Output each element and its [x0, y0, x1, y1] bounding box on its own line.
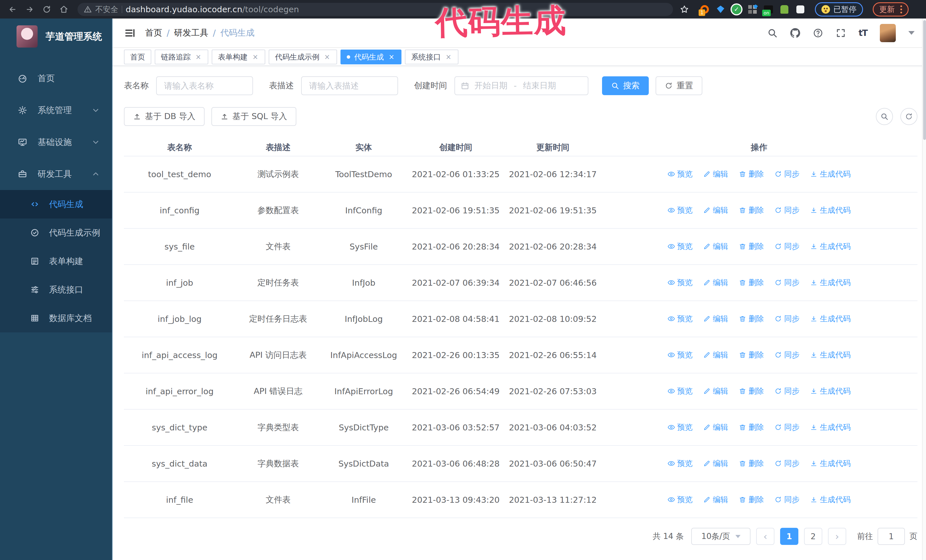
extension-icon-1[interactable]: 1: [700, 5, 710, 14]
browser-back-icon[interactable]: [5, 2, 20, 17]
close-icon[interactable]: [388, 53, 395, 61]
update-button[interactable]: 更新: [873, 2, 909, 17]
font-size-icon[interactable]: tT: [858, 28, 867, 38]
sidebar-item-infra[interactable]: 基础设施: [0, 126, 112, 158]
page-button-2[interactable]: 2: [804, 528, 822, 545]
table-name-input[interactable]: [156, 76, 253, 95]
breadcrumb-home[interactable]: 首页: [145, 27, 162, 39]
delete-link[interactable]: 删除: [739, 422, 764, 432]
delete-link[interactable]: 删除: [739, 495, 764, 505]
generate-code-link[interactable]: 生成代码: [810, 314, 850, 324]
help-icon[interactable]: [813, 28, 823, 38]
extension-icon-7[interactable]: [796, 5, 805, 14]
sidebar-item-system-api[interactable]: 系统接口: [0, 275, 112, 304]
edit-link[interactable]: 编辑: [703, 169, 728, 179]
bookmark-star-icon[interactable]: [680, 5, 689, 14]
table-desc-input[interactable]: [301, 76, 398, 95]
edit-link[interactable]: 编辑: [703, 205, 728, 215]
preview-link[interactable]: 预览: [667, 241, 693, 252]
extension-icon-5[interactable]: [764, 5, 773, 14]
sync-link[interactable]: 同步: [775, 278, 799, 288]
tag-home[interactable]: 首页: [124, 50, 151, 64]
breadcrumb-devtools[interactable]: 研发工具: [174, 27, 208, 39]
browser-reload-icon[interactable]: [39, 2, 54, 17]
close-icon[interactable]: [445, 53, 452, 61]
generate-code-link[interactable]: 生成代码: [810, 169, 850, 179]
preview-link[interactable]: 预览: [667, 495, 693, 505]
avatar[interactable]: [880, 24, 896, 42]
preview-link[interactable]: 预览: [667, 314, 693, 324]
sync-link[interactable]: 同步: [775, 458, 799, 469]
edit-link[interactable]: 编辑: [703, 278, 728, 288]
edit-link[interactable]: 编辑: [703, 241, 728, 252]
extension-icon-6[interactable]: [779, 5, 789, 14]
sync-link[interactable]: 同步: [775, 386, 799, 396]
search-button[interactable]: 搜索: [602, 76, 649, 95]
generate-code-link[interactable]: 生成代码: [810, 458, 850, 469]
user-menu-caret-icon[interactable]: [908, 31, 915, 35]
delete-link[interactable]: 删除: [739, 278, 764, 288]
search-icon[interactable]: [767, 28, 778, 38]
sidebar-item-form-builder[interactable]: 表单构建: [0, 247, 112, 275]
extension-icon-4[interactable]: [747, 5, 757, 14]
delete-link[interactable]: 删除: [739, 169, 764, 179]
edit-link[interactable]: 编辑: [703, 495, 728, 505]
tag-codegen-demo[interactable]: 代码生成示例: [269, 50, 337, 64]
generate-code-link[interactable]: 生成代码: [810, 422, 850, 432]
generate-code-link[interactable]: 生成代码: [810, 278, 850, 288]
close-icon[interactable]: [251, 53, 259, 61]
delete-link[interactable]: 删除: [739, 241, 764, 252]
preview-link[interactable]: 预览: [667, 458, 693, 469]
generate-code-link[interactable]: 生成代码: [810, 495, 850, 505]
preview-link[interactable]: 预览: [667, 350, 693, 360]
browser-menu-icon[interactable]: [900, 5, 902, 14]
tag-tracing[interactable]: 链路追踪: [155, 50, 208, 64]
edit-link[interactable]: 编辑: [703, 350, 728, 360]
preview-link[interactable]: 预览: [667, 169, 693, 179]
preview-link[interactable]: 预览: [667, 422, 693, 432]
sync-link[interactable]: 同步: [775, 495, 799, 505]
sync-link[interactable]: 同步: [775, 422, 799, 432]
goto-page-input[interactable]: [878, 528, 905, 545]
edit-link[interactable]: 编辑: [703, 314, 728, 324]
sync-link[interactable]: 同步: [775, 241, 799, 252]
import-sql-button[interactable]: 基于 SQL 导入: [212, 107, 296, 126]
delete-link[interactable]: 删除: [739, 386, 764, 396]
import-db-button[interactable]: 基于 DB 导入: [124, 107, 204, 126]
extension-icon-2[interactable]: [716, 5, 725, 14]
prev-page-button[interactable]: [756, 528, 775, 545]
toggle-search-button[interactable]: [876, 108, 893, 125]
tag-system-api[interactable]: 系统接口: [405, 50, 458, 64]
address-bar[interactable]: 不安全 dashboard.yudao.iocoder.cn/tool/code…: [77, 3, 673, 16]
generate-code-link[interactable]: 生成代码: [810, 386, 850, 396]
delete-link[interactable]: 删除: [739, 314, 764, 324]
generate-code-link[interactable]: 生成代码: [810, 205, 850, 215]
close-icon[interactable]: [324, 53, 331, 61]
tag-form-builder[interactable]: 表单构建: [212, 50, 265, 64]
delete-link[interactable]: 删除: [739, 350, 764, 360]
fullscreen-icon[interactable]: [836, 28, 846, 38]
page-size-select[interactable]: 10条/页: [691, 528, 750, 545]
paused-pill[interactable]: 已暂停: [815, 2, 863, 17]
preview-link[interactable]: 预览: [667, 278, 693, 288]
sidebar-item-system[interactable]: 系统管理: [0, 94, 112, 126]
reset-button[interactable]: 重置: [656, 76, 702, 95]
sidebar-item-codegen-demo[interactable]: 代码生成示例: [0, 219, 112, 247]
date-range-picker[interactable]: 开始日期 - 结束日期: [454, 76, 589, 95]
sidebar-item-devtools[interactable]: 研发工具: [0, 158, 112, 190]
edit-link[interactable]: 编辑: [703, 422, 728, 432]
sidebar-item-db-doc[interactable]: 数据库文档: [0, 304, 112, 332]
edit-link[interactable]: 编辑: [703, 458, 728, 469]
preview-link[interactable]: 预览: [667, 386, 693, 396]
scrollbar-thumb[interactable]: [923, 20, 926, 140]
sync-link[interactable]: 同步: [775, 169, 799, 179]
generate-code-link[interactable]: 生成代码: [810, 241, 850, 252]
sidebar-collapse-icon[interactable]: [124, 27, 135, 39]
delete-link[interactable]: 删除: [739, 205, 764, 215]
edit-link[interactable]: 编辑: [703, 386, 728, 396]
sync-link[interactable]: 同步: [775, 350, 799, 360]
github-icon[interactable]: [790, 28, 800, 38]
sync-link[interactable]: 同步: [775, 314, 799, 324]
app-logo[interactable]: 芋道管理系统: [0, 18, 112, 55]
refresh-table-button[interactable]: [900, 108, 917, 125]
